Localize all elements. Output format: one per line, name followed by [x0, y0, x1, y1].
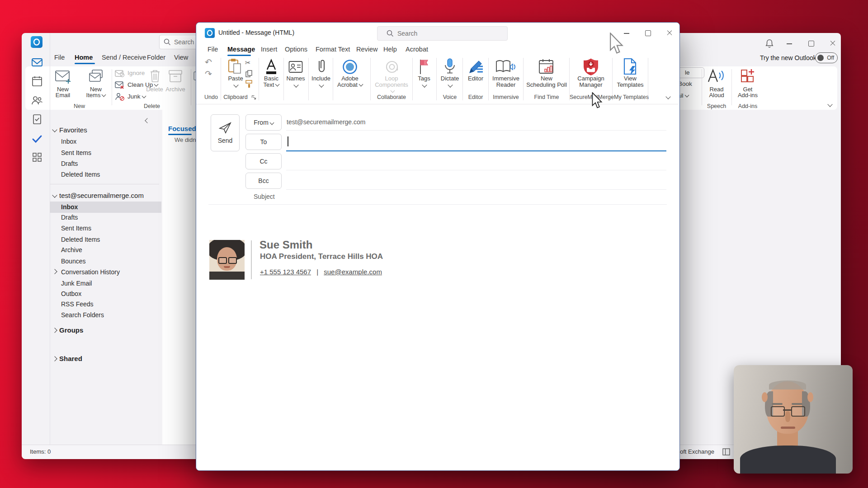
names-card-icon — [288, 61, 303, 73]
group-label-speech: Speech — [703, 103, 730, 109]
rail-calendar-icon[interactable] — [31, 75, 43, 87]
groups-header[interactable]: Groups — [53, 326, 161, 335]
send-button[interactable]: Send — [211, 114, 240, 151]
bcc-button[interactable]: Bcc — [245, 173, 282, 189]
folder-item-fav-deleted[interactable]: Deleted Items — [61, 171, 100, 178]
include-button[interactable]: Include — [309, 56, 333, 101]
main-tab-file[interactable]: File — [54, 54, 65, 61]
rail-todo-icon[interactable] — [31, 133, 43, 145]
main-tab-view[interactable]: View — [174, 54, 188, 61]
compose-tab-file[interactable]: File — [208, 46, 218, 53]
search-icon — [387, 30, 394, 37]
get-addins-label-2: Add-ins — [733, 92, 762, 99]
redo-button[interactable]: ↷ — [202, 69, 215, 80]
folder-item-rss[interactable]: RSS Feeds — [61, 300, 94, 308]
chevron-right-icon[interactable] — [52, 269, 57, 274]
compose-search-input[interactable] — [396, 28, 498, 39]
immersive-label-2: Reader — [490, 82, 522, 88]
subject-label[interactable]: Subject — [254, 193, 275, 200]
tags-button[interactable]: Tags — [413, 56, 435, 101]
dictate-label: Dictate — [438, 75, 462, 82]
clipboard-dialog-launcher-icon[interactable] — [251, 95, 256, 100]
folder-item-sent[interactable]: Sent Items — [61, 225, 91, 232]
poll-label-1: New — [524, 75, 569, 82]
folder-item-drafts[interactable]: Drafts — [61, 214, 78, 221]
folder-item-bounces[interactable]: Bounces — [61, 258, 85, 265]
compose-tab-insert[interactable]: Insert — [261, 46, 277, 53]
folder-item-archive[interactable]: Archive — [61, 246, 82, 253]
templates-label-1: View — [614, 75, 646, 82]
rail-tasks-icon[interactable] — [31, 113, 43, 125]
rail-mail-icon[interactable] — [31, 56, 43, 68]
account-header[interactable]: test@securemailmerge.com — [53, 192, 166, 201]
new-email-label-2: Email — [49, 92, 76, 99]
group-label-addins: Add-ins — [733, 103, 762, 109]
focused-tab[interactable]: Focused — [168, 125, 196, 132]
format-painter-icon[interactable] — [245, 80, 253, 89]
main-minimize-button[interactable] — [783, 38, 796, 49]
signature-role: HOA President, Terrace Hills HOA — [260, 252, 383, 261]
folder-item-fav-inbox[interactable]: Inbox — [61, 138, 76, 145]
folder-item-deleted[interactable]: Deleted Items — [61, 236, 100, 243]
get-addins-button[interactable]: Get Add-ins — [733, 66, 762, 107]
new-items-button[interactable]: New Items — [82, 66, 109, 107]
chevron-right-icon — [52, 328, 57, 333]
compose-tab-options[interactable]: Options — [285, 46, 307, 53]
compose-tab-message[interactable]: Message — [227, 46, 255, 53]
main-close-button[interactable] — [826, 38, 839, 49]
rail-people-icon[interactable] — [31, 94, 43, 106]
adobe-acrobat-button[interactable]: Adobe Acrobat — [335, 56, 364, 101]
folder-item-inbox-selected[interactable]: Inbox — [61, 203, 78, 211]
address-book-button-fragment[interactable]: Book — [678, 80, 692, 87]
loop-text: Components — [375, 81, 408, 88]
tags-flag-icon — [418, 59, 430, 75]
desktop: Try the new Outlook Off File Home Send /… — [0, 0, 868, 488]
search-people-field-fragment[interactable]: le — [676, 67, 704, 78]
from-button[interactable]: From — [245, 114, 282, 131]
compose-close-button[interactable] — [663, 27, 676, 39]
shared-header[interactable]: Shared — [53, 355, 161, 364]
archive-button[interactable]: Archive — [162, 66, 189, 107]
main-tab-send-receive[interactable]: Send / Receive — [102, 54, 146, 61]
paste-label: Paste — [224, 75, 247, 82]
folder-item-junk[interactable]: Junk Email — [61, 280, 92, 287]
favorites-header[interactable]: Favorites — [53, 126, 161, 135]
rail-more-apps-icon[interactable] — [31, 151, 43, 163]
folder-item-search-folders[interactable]: Search Folders — [61, 311, 104, 319]
main-tab-folder[interactable]: Folder — [147, 54, 165, 61]
cut-button[interactable]: ✂ — [245, 59, 254, 67]
collapse-folder-pane-icon[interactable] — [145, 118, 150, 123]
folder-item-fav-drafts[interactable]: Drafts — [61, 160, 78, 167]
ribbon-collapse-chevron-icon[interactable] — [827, 102, 832, 107]
to-field[interactable] — [286, 134, 666, 149]
templates-label-2: Templates — [614, 82, 646, 88]
folder-item-fav-sent[interactable]: Sent Items — [61, 149, 91, 156]
folder-item-outbox[interactable]: Outbox — [61, 290, 81, 297]
reading-pane-layout-icon[interactable] — [722, 448, 730, 455]
main-maximize-button[interactable] — [805, 38, 817, 49]
ribbon-separator — [462, 58, 463, 100]
signature-email-link[interactable]: sue@example.com — [324, 268, 382, 276]
undo-button[interactable]: ↶ — [202, 57, 215, 69]
new-outlook-toggle[interactable]: Off — [815, 52, 838, 63]
compose-tab-format-text[interactable]: Format Text — [316, 46, 350, 53]
copy-icon[interactable] — [245, 70, 253, 78]
basic-text-button[interactable]: Basic Text — [259, 56, 283, 101]
compose-maximize-button[interactable] — [642, 27, 654, 39]
read-aloud-button[interactable]: Read Aloud — [703, 66, 730, 107]
new-email-button[interactable]: New Email — [49, 66, 76, 107]
folder-item-conversation-history[interactable]: Conversation History — [61, 268, 120, 276]
main-tab-home[interactable]: Home — [75, 54, 93, 61]
notification-bell-icon[interactable] — [764, 38, 774, 48]
compose-tab-acrobat[interactable]: Acrobat — [406, 46, 428, 53]
signature-phone-link[interactable]: +1 555 123 4567 — [260, 268, 311, 276]
ribbon-collapse-chevron-icon[interactable] — [665, 94, 670, 99]
cc-button[interactable]: Cc — [245, 153, 282, 169]
glasses-icon — [771, 406, 785, 417]
to-button[interactable]: To — [245, 134, 282, 150]
chevron-down-icon — [448, 82, 453, 87]
compose-tab-help[interactable]: Help — [383, 46, 397, 53]
compose-tab-review[interactable]: Review — [356, 46, 378, 53]
names-button[interactable]: Names — [284, 56, 307, 101]
compose-search-box[interactable] — [377, 26, 508, 41]
